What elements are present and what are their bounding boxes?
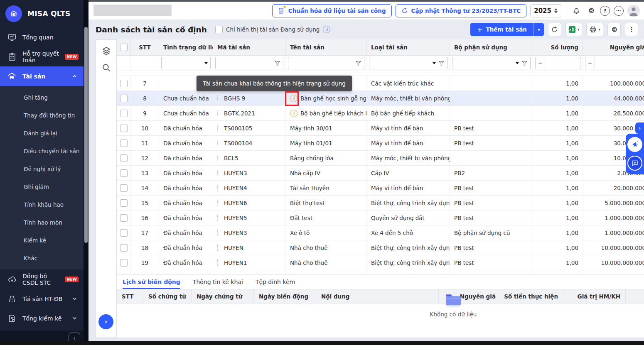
only-in-use-checkbox[interactable] <box>215 26 223 33</box>
table-row[interactable]: 16 Đã chuẩn hóa HUYEN5 iĐất test Quyền s… <box>117 210 644 225</box>
col-stt[interactable]: STT <box>131 39 159 55</box>
more-icon[interactable]: ⋯ <box>614 6 624 16</box>
sidebar-submenu-item[interactable]: Khác <box>0 249 84 267</box>
export-excel-button[interactable]: X ▾ <box>565 23 583 36</box>
col-ten-tai-san[interactable]: Tên tài sản <box>286 39 367 55</box>
row-checkbox[interactable] <box>120 95 128 102</box>
sidebar-item-tong-kiem-ke[interactable]: Tổng kiểm kê <box>0 308 84 328</box>
detail-col[interactable]: STT <box>117 289 143 303</box>
select-all-checkbox[interactable] <box>120 44 128 51</box>
standardize-data-button[interactable]: ★ Chuẩn hóa dữ liệu tài sản công <box>272 4 392 17</box>
filter-nguyen-gia[interactable]: = <box>585 57 644 69</box>
sidebar-submenu-item[interactable]: Tính hao mòn <box>0 213 84 231</box>
row-checkbox[interactable] <box>120 229 128 237</box>
year-stepper[interactable] <box>554 8 558 13</box>
sidebar-scrollbar[interactable] <box>84 0 88 345</box>
detail-col[interactable]: Số chứng từ <box>143 289 192 303</box>
row-checkbox[interactable] <box>120 169 128 177</box>
announcement-megaphone-button[interactable] <box>627 137 642 152</box>
avatar[interactable] <box>627 5 640 17</box>
row-checkbox[interactable] <box>120 125 128 132</box>
funnel-icon[interactable] <box>274 60 280 66</box>
row-checkbox[interactable] <box>120 154 128 162</box>
filter-ma-tai-san[interactable] <box>215 57 283 69</box>
sidebar-submenu-item[interactable]: Kiểm kê <box>0 231 84 249</box>
help-icon[interactable]: ? <box>600 6 610 16</box>
filter-tinh-trang[interactable] <box>161 57 211 69</box>
add-asset-button[interactable]: + Thêm tài sản <box>470 23 533 36</box>
year-selector[interactable]: 2025 <box>530 4 561 17</box>
sidebar-submenu-item[interactable]: Ghi tăng <box>0 88 84 106</box>
notification-bell-icon[interactable] <box>571 5 582 16</box>
row-checkbox[interactable] <box>120 199 128 207</box>
funnel-icon[interactable] <box>521 60 528 66</box>
filter-loai-tai-san[interactable] <box>369 57 447 69</box>
table-row[interactable]: 13 Đã chuẩn hóa HUYEN3 iNhà cấp IV Cấp I… <box>117 166 644 181</box>
sidebar-submenu-item[interactable]: Ghi giảm <box>0 178 84 196</box>
filter-ten-tai-san[interactable] <box>288 57 364 69</box>
sidebar-item-tai-san-ht-db[interactable]: Tài sản HT-ĐB <box>0 289 84 308</box>
row-checkbox[interactable] <box>120 139 128 147</box>
table-row[interactable]: 8 Chưa chuẩn hóa BGHS 9 iBàn ghế học sin… <box>117 91 644 106</box>
table-row[interactable]: 9 Chưa chuẩn hóa BGTK.2021 iBộ bàn ghế t… <box>117 106 644 121</box>
update-circular-button[interactable]: Cập nhật Thông tư 23/2023/TT-BTC <box>396 4 527 17</box>
sidebar-item-tai-san[interactable]: Tài sản <box>0 66 84 86</box>
table-row[interactable]: 7 itrúc Các vật kiến trúc khác 1,00 100.… <box>117 76 644 91</box>
detail-col[interactable]: Giá trị HM/KH <box>563 289 626 303</box>
tab-lich-su-bien-dong[interactable]: Lịch sử biến động <box>123 274 180 289</box>
detail-col[interactable]: Số tiền thực hiện <box>501 289 563 303</box>
sidebar-item-ho-tro-quyet-toan[interactable]: Hỗ trợ quyết toán NEW <box>0 47 84 66</box>
row-checkbox[interactable] <box>120 259 128 267</box>
col-nguyen-gia[interactable]: Nguyên giá <box>583 39 644 55</box>
add-asset-split-button[interactable]: + Thêm tài sản ▾ <box>470 23 544 36</box>
col-tinh-trang[interactable]: Tình trạng dữ liệu <box>159 39 213 55</box>
search-icon[interactable] <box>101 62 112 73</box>
settings-gear-icon[interactable] <box>585 5 596 16</box>
add-asset-dropdown[interactable]: ▾ <box>533 23 544 36</box>
col-bo-phan[interactable]: Bộ phận sử dụng <box>450 39 533 55</box>
table-row[interactable]: 15 Đã chuẩn hóa HUYEN6 iBiệt thự test Bi… <box>117 196 644 210</box>
table-row[interactable]: 17 Đã chuẩn hóa HUYEN3 iXe ô tô Xe 4 đến… <box>117 225 644 240</box>
col-loai-tai-san[interactable]: Loại tài sản <box>367 39 450 55</box>
sidebar-submenu-item[interactable]: Điều chuyển tài sản <box>0 142 84 160</box>
col-ma-tai-san[interactable]: Mã tài sản <box>213 39 286 55</box>
expand-panel-button[interactable]: › <box>98 314 113 329</box>
row-checkbox[interactable] <box>120 80 128 87</box>
table-row[interactable]: 12 Đã chuẩn hóa BCL5 iBảng chống lóa Máy… <box>117 151 644 166</box>
sidebar-item-tong-quan[interactable]: Tổng quan <box>0 27 84 47</box>
filter-so-luong[interactable]: = <box>535 57 580 69</box>
layers-icon[interactable] <box>101 46 112 56</box>
tab-tep-dinh-kem[interactable]: Tệp đính kèm <box>256 274 295 289</box>
tab-thong-tin-ke-khai[interactable]: Thông tin kê khai <box>193 274 243 289</box>
sidebar-submenu-item[interactable]: Đề nghị xử lý <box>0 160 84 178</box>
filter-bo-phan[interactable] <box>452 57 531 69</box>
table-row[interactable]: 18 Đã chuẩn hóa HUYEN iNhà cho thuê Biệt… <box>117 240 644 255</box>
row-checkbox[interactable] <box>120 184 128 192</box>
more-options-button[interactable]: ⋮ <box>625 23 638 36</box>
table-settings-button[interactable] <box>607 23 621 36</box>
table-row[interactable]: 14 Đã chuẩn hóa HUYEN4 iTài sản Huyền Má… <box>117 181 644 196</box>
info-icon[interactable]: i <box>323 26 330 33</box>
warning-info-icon[interactable]: i <box>290 110 297 117</box>
print-button[interactable]: ▾ <box>586 23 603 36</box>
chat-support-button[interactable] <box>627 156 642 171</box>
table-row[interactable]: 19 Đã chuẩn hóa HUYEN1 iNhà cho thuê Biệ… <box>117 255 644 270</box>
sidebar-submenu-item[interactable]: Đánh giá lại <box>0 124 84 142</box>
detail-col[interactable]: Ngày chứng từ <box>192 289 254 303</box>
sidebar-item-dong-bo-csdl[interactable]: Đồng bộ CSDL STC NEW <box>0 269 84 289</box>
table-row[interactable]: 20 Đã chuẩn hóa HUYEN2 iNhà cho thuê Biệ… <box>117 270 644 274</box>
col-so-luong[interactable]: Số lượng <box>533 39 583 55</box>
detail-col[interactable]: Ngày biến động <box>254 289 316 303</box>
funnel-icon[interactable] <box>355 60 361 66</box>
widget-collapse-tab[interactable]: › <box>635 122 644 134</box>
sidebar-submenu-item[interactable]: Tính khấu hao <box>0 196 84 213</box>
scrollbar-thumb[interactable] <box>84 27 88 243</box>
funnel-icon[interactable] <box>438 60 445 66</box>
sidebar-submenu-item[interactable]: Thay đổi thông tin <box>0 106 84 124</box>
table-row[interactable]: 11 Đã chuẩn hóa TS000104 iMáy tính 01/01… <box>117 136 644 151</box>
row-checkbox[interactable] <box>120 110 128 117</box>
row-checkbox[interactable] <box>120 214 128 222</box>
refresh-button[interactable] <box>548 23 561 36</box>
row-checkbox[interactable] <box>120 244 128 252</box>
table-row[interactable]: 10 Đã chuẩn hóa TS000105 iMáy tính 30/01… <box>117 121 644 136</box>
